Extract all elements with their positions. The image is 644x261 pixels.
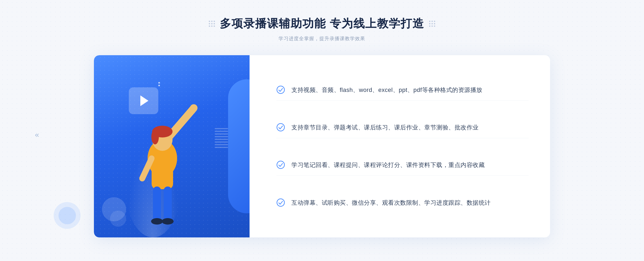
page-decoration-left [54,202,80,229]
chevron-left-icon: « [35,130,39,139]
svg-point-13 [277,124,284,131]
check-icon-1 [276,85,285,94]
illustration-panel [94,55,250,237]
deco-circle-2 [110,211,126,227]
svg-point-14 [277,161,284,169]
sub-title: 学习进度全掌握，提升录播课教学效果 [209,35,435,42]
svg-point-10 [162,218,174,225]
svg-rect-8 [164,187,172,221]
right-dots-decoration [429,21,435,27]
page-container: « 多项录播课辅助功能 专为线上教学打造 学习进度全掌握，提升录播课教学效果 [0,0,644,261]
left-dots-decoration [209,21,215,27]
svg-point-11 [190,104,197,112]
feature-text-1: 支持视频、音频、flash、word、excel、ppt、pdf等各种格式的资源… [291,85,482,95]
features-panel: 支持视频、音频、flash、word、excel、ppt、pdf等各种格式的资源… [250,55,550,237]
feature-item-3: 学习笔记回看、课程提问、课程评论打分、课件资料下载，重点内容收藏 [276,155,529,176]
check-icon-4 [276,198,285,207]
svg-point-12 [277,86,284,94]
svg-point-9 [151,218,163,225]
feature-text-2: 支持章节目录、弹题考试、课后练习、课后作业、章节测验、批改作业 [291,122,479,132]
check-icon-3 [276,161,285,169]
check-icon-2 [276,123,285,132]
content-card: 支持视频、音频、flash、word、excel、ppt、pdf等各种格式的资源… [94,55,550,237]
svg-point-15 [277,199,284,206]
header-section: 多项录播课辅助功能 专为线上教学打造 学习进度全掌握，提升录播课教学效果 [209,16,435,42]
feature-text-3: 学习笔记回看、课程提问、课程评论打分、课件资料下载，重点内容收藏 [291,160,485,170]
feature-item-2: 支持章节目录、弹题考试、课后练习、课后作业、章节测验、批改作业 [276,117,529,138]
feature-item-1: 支持视频、音频、flash、word、excel、ppt、pdf等各种格式的资源… [276,80,529,100]
title-row: 多项录播课辅助功能 专为线上教学打造 [209,16,435,31]
svg-rect-7 [153,187,161,221]
svg-point-5 [151,129,159,144]
main-title: 多项录播课辅助功能 专为线上教学打造 [220,16,424,31]
stripes-decoration [215,128,228,150]
feature-item-4: 互动弹幕、试听购买、微信分享、观看次数限制、学习进度跟踪、数据统计 [276,192,529,213]
sparkle-decoration [158,82,160,86]
feature-text-4: 互动弹幕、试听购买、微信分享、观看次数限制、学习进度跟踪、数据统计 [291,198,491,208]
